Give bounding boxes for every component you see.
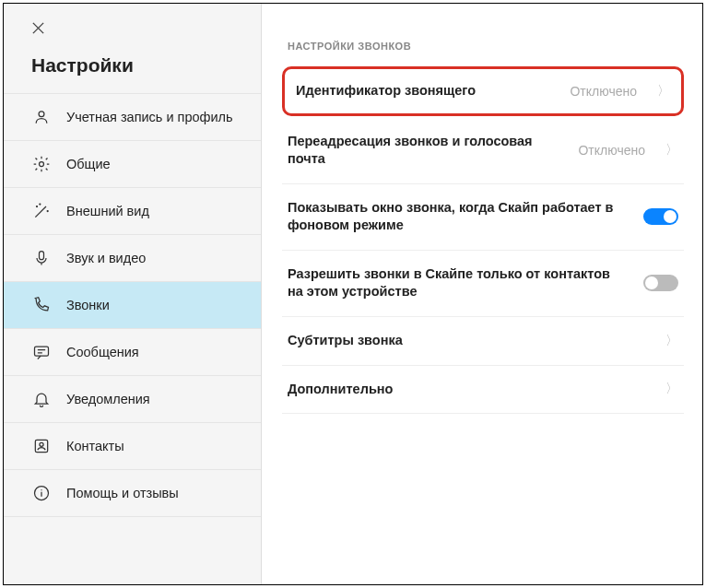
microphone-icon bbox=[31, 248, 52, 268]
setting-caller-id[interactable]: Идентификатор звонящего Отключено 〉 bbox=[282, 66, 684, 116]
sidebar-item-notifications[interactable]: Уведомления bbox=[4, 375, 261, 422]
setting-label: Дополнительно bbox=[288, 381, 645, 399]
setting-value: Отключено bbox=[570, 84, 637, 99]
sidebar-item-label: Контакты bbox=[66, 438, 124, 455]
person-icon bbox=[31, 107, 52, 127]
setting-forwarding[interactable]: Переадресация звонков и голосовая почта … bbox=[282, 118, 684, 184]
settings-window: Настройки Учетная запись и профиль Общие… bbox=[3, 3, 703, 585]
gear-icon bbox=[31, 154, 52, 174]
phone-icon bbox=[31, 295, 52, 315]
toggle-show-call-window[interactable] bbox=[643, 208, 678, 225]
sidebar-item-label: Звук и видео bbox=[66, 250, 146, 267]
contacts-icon bbox=[31, 436, 52, 456]
sidebar-title: Настройки bbox=[4, 47, 261, 93]
svg-rect-6 bbox=[35, 347, 49, 356]
chevron-right-icon: 〉 bbox=[665, 381, 678, 397]
chevron-right-icon: 〉 bbox=[665, 142, 678, 159]
sidebar-item-account[interactable]: Учетная запись и профиль bbox=[4, 93, 261, 140]
svg-point-1 bbox=[40, 162, 44, 167]
section-header: НАСТРОЙКИ ЗВОНКОВ bbox=[282, 41, 684, 52]
chevron-right-icon: 〉 bbox=[665, 333, 678, 349]
bell-icon bbox=[31, 389, 52, 409]
sidebar: Настройки Учетная запись и профиль Общие… bbox=[4, 4, 262, 584]
close-area bbox=[4, 20, 261, 47]
setting-label: Разрешить звонки в Скайпе только от конт… bbox=[288, 265, 623, 301]
svg-point-4 bbox=[47, 211, 48, 212]
sidebar-item-help[interactable]: Помощь и отзывы bbox=[4, 469, 261, 517]
setting-value: Отключено bbox=[578, 143, 645, 158]
setting-advanced[interactable]: Дополнительно 〉 bbox=[282, 366, 684, 415]
sidebar-item-label: Внешний вид bbox=[66, 203, 149, 220]
svg-point-8 bbox=[40, 442, 43, 446]
sidebar-item-audio-video[interactable]: Звук и видео bbox=[4, 234, 261, 281]
toggle-contacts-only[interactable] bbox=[643, 275, 678, 291]
setting-show-call-window[interactable]: Показывать окно звонка, когда Скайп рабо… bbox=[282, 184, 684, 251]
setting-label: Показывать окно звонка, когда Скайп рабо… bbox=[288, 199, 623, 235]
sidebar-item-label: Звонки bbox=[66, 297, 110, 314]
sidebar-item-appearance[interactable]: Внешний вид bbox=[4, 187, 261, 234]
svg-point-0 bbox=[39, 112, 44, 117]
svg-point-2 bbox=[37, 206, 38, 207]
setting-label: Идентификатор звонящего bbox=[296, 82, 559, 100]
svg-rect-5 bbox=[40, 252, 44, 260]
sidebar-item-contacts[interactable]: Контакты bbox=[4, 422, 261, 469]
svg-point-3 bbox=[40, 204, 41, 205]
main-panel: НАСТРОЙКИ ЗВОНКОВ Идентификатор звонящег… bbox=[262, 4, 702, 584]
setting-subtitles[interactable]: Субтитры звонка 〉 bbox=[282, 317, 684, 366]
close-icon[interactable] bbox=[31, 20, 45, 39]
setting-label: Субтитры звонка bbox=[288, 332, 645, 350]
sidebar-item-label: Уведомления bbox=[66, 391, 150, 408]
sidebar-item-general[interactable]: Общие bbox=[4, 140, 261, 187]
sidebar-item-messages[interactable]: Сообщения bbox=[4, 328, 261, 375]
wand-icon bbox=[31, 201, 52, 221]
setting-label: Переадресация звонков и голосовая почта bbox=[288, 133, 567, 169]
sidebar-item-label: Помощь и отзывы bbox=[66, 485, 179, 502]
chat-icon bbox=[31, 342, 52, 362]
sidebar-item-calls[interactable]: Звонки bbox=[4, 281, 261, 328]
sidebar-item-label: Общие bbox=[66, 156, 111, 173]
info-icon bbox=[31, 483, 52, 503]
setting-contacts-only[interactable]: Разрешить звонки в Скайпе только от конт… bbox=[282, 251, 684, 317]
sidebar-item-label: Учетная запись и профиль bbox=[66, 109, 233, 126]
chevron-right-icon: 〉 bbox=[657, 83, 670, 100]
sidebar-item-label: Сообщения bbox=[66, 344, 139, 361]
